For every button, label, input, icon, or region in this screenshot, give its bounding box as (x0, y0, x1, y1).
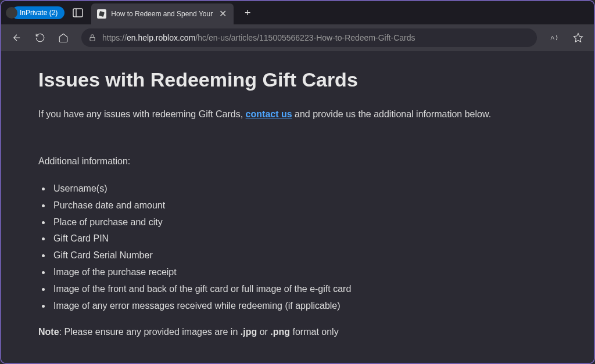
back-button[interactable] (7, 28, 27, 48)
profile-avatar[interactable] (6, 7, 17, 19)
additional-info-heading: Additional information: (38, 156, 557, 167)
titlebar: InPrivate (2) How to Redeem and Spend Yo… (1, 1, 594, 24)
info-list: Username(s) Purchase date and amount Pla… (38, 181, 557, 314)
list-item: Image of the purchase receipt (51, 264, 557, 281)
list-item: Gift Card PIN (51, 230, 557, 247)
tab-title: How to Redeem and Spend Your (111, 10, 213, 18)
favorites-button[interactable] (568, 28, 588, 48)
svg-text:A: A (551, 34, 555, 41)
contact-us-link[interactable]: contact us (246, 109, 292, 119)
tab-favicon (97, 9, 106, 19)
page-content: Issues with Redeeming Gift Cards If you … (1, 51, 594, 363)
list-item: Username(s) (51, 181, 557, 197)
new-tab-button[interactable]: + (239, 5, 256, 21)
note-text: Note: Please ensure any provided images … (38, 327, 557, 337)
page-heading: Issues with Redeeming Gift Cards (38, 69, 557, 91)
list-item: Gift Card Serial Number (51, 247, 557, 264)
svg-rect-0 (73, 9, 83, 17)
profile-section: InPrivate (2) (6, 3, 64, 22)
tab-actions-icon[interactable] (73, 8, 83, 17)
address-bar[interactable]: https://en.help.roblox.com/hc/en-us/arti… (81, 28, 537, 47)
read-aloud-button[interactable]: A (545, 28, 565, 48)
lock-icon (88, 34, 96, 42)
list-item: Image of the front and back of the gift … (51, 281, 557, 298)
intro-paragraph: If you have any issues with redeeming Gi… (38, 107, 557, 121)
refresh-button[interactable] (30, 28, 50, 48)
list-item: Purchase date and amount (51, 197, 557, 214)
browser-tab[interactable]: How to Redeem and Spend Your ✕ (91, 3, 234, 24)
list-item: Image of any error messages received whi… (51, 298, 557, 315)
home-button[interactable] (53, 28, 73, 48)
toolbar: https://en.help.roblox.com/hc/en-us/arti… (1, 24, 594, 51)
close-tab-icon[interactable]: ✕ (217, 9, 228, 19)
inprivate-badge[interactable]: InPrivate (2) (12, 6, 64, 19)
url-text: https://en.help.roblox.com/hc/en-us/arti… (102, 33, 530, 42)
svg-rect-2 (90, 37, 95, 41)
list-item: Place of purchase and city (51, 214, 557, 231)
